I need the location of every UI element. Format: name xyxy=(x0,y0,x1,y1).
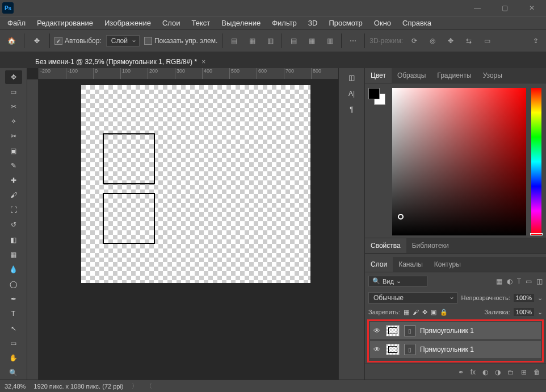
autoselect-target-dropdown[interactable]: Слой xyxy=(106,35,140,47)
home-button[interactable]: 🏠 xyxy=(3,33,19,49)
opacity-value[interactable]: 100% xyxy=(514,294,534,302)
shape-rectangle-2[interactable] xyxy=(103,193,155,244)
blend-mode-dropdown[interactable]: Обычные xyxy=(368,292,457,304)
document-info[interactable]: 1920 пикс. x 1080 пикс. (72 ppi) xyxy=(33,383,123,390)
fill-value[interactable]: 100% xyxy=(514,308,534,316)
fg-bg-swatches[interactable] xyxy=(368,88,385,106)
window-minimize[interactable]: — xyxy=(465,0,489,16)
visibility-toggle-icon[interactable]: 👁 xyxy=(373,327,381,335)
filter-smart-icon[interactable]: ◫ xyxy=(536,277,543,285)
layer-row[interactable]: 👁 ▯ Прямоугольник 1 xyxy=(370,341,541,358)
wand-tool[interactable]: ✧ xyxy=(5,115,22,128)
menu-window[interactable]: Окно xyxy=(369,17,396,29)
window-close[interactable]: ✕ xyxy=(520,0,544,16)
pen-tool[interactable]: ✒ xyxy=(5,292,22,306)
path-select-tool[interactable]: ↖ xyxy=(5,322,22,335)
document-tab[interactable]: Без имени-1 @ 32,5% (Прямоугольник 1, RG… xyxy=(28,55,212,68)
visibility-toggle-icon[interactable]: 👁 xyxy=(373,345,381,353)
tab-swatches[interactable]: Образцы xyxy=(392,68,431,83)
gradient-tool[interactable]: ▦ xyxy=(5,248,22,262)
layer-name[interactable]: Прямоугольник 1 xyxy=(420,345,474,353)
layer-thumbnail[interactable] xyxy=(386,344,400,355)
tab-paths[interactable]: Контуры xyxy=(429,257,467,272)
autoselect-checkbox[interactable]: Автовыбор: xyxy=(54,37,102,45)
tab-libraries[interactable]: Библиотеки xyxy=(406,238,455,253)
blur-tool[interactable]: 💧 xyxy=(5,263,22,276)
history-brush-tool[interactable]: ↺ xyxy=(5,218,22,231)
tab-channels[interactable]: Каналы xyxy=(393,257,429,272)
eraser-tool[interactable]: ◧ xyxy=(5,233,22,247)
menu-edit[interactable]: Редактирование xyxy=(32,17,98,29)
document-canvas[interactable] xyxy=(81,85,310,283)
menu-3d[interactable]: 3D xyxy=(303,17,323,29)
menu-image[interactable]: Изображение xyxy=(99,17,156,29)
align-bottom-icon[interactable]: ▥ xyxy=(323,34,337,48)
layer-row[interactable]: 👁 ▯ Прямоугольник 1 xyxy=(370,322,541,339)
align-top-icon[interactable]: ▤ xyxy=(287,34,300,48)
rectangle-tool[interactable]: ▭ xyxy=(5,336,22,350)
brush-tool[interactable]: 🖌 xyxy=(5,188,22,202)
3d-scale-icon[interactable]: ▭ xyxy=(480,34,494,48)
menu-view[interactable]: Просмотр xyxy=(324,17,367,29)
character-panel-icon[interactable]: A| xyxy=(348,90,355,98)
menu-filter[interactable]: Фильтр xyxy=(267,17,302,29)
marquee-tool[interactable]: ▭ xyxy=(5,85,22,99)
lock-position-icon[interactable]: ✥ xyxy=(422,309,427,316)
menu-select[interactable]: Выделение xyxy=(216,17,266,29)
lasso-tool[interactable]: ✂ xyxy=(5,100,22,113)
layer-fx-icon[interactable]: fx xyxy=(471,368,476,376)
hand-tool[interactable]: ✋ xyxy=(5,351,22,365)
zoom-level[interactable]: 32,48% xyxy=(5,383,26,390)
align-right-icon[interactable]: ▥ xyxy=(263,34,277,48)
filter-type-icon[interactable]: T xyxy=(517,277,521,285)
group-icon[interactable]: 🗀 xyxy=(507,368,514,376)
lock-artboard-icon[interactable]: ▣ xyxy=(431,309,436,316)
3d-orbit-icon[interactable]: ⟳ xyxy=(408,34,421,48)
stamp-tool[interactable]: ⛶ xyxy=(5,203,22,217)
frame-tool[interactable]: ▣ xyxy=(5,144,22,158)
dodge-tool[interactable]: ◯ xyxy=(5,277,22,291)
delete-layer-icon[interactable]: 🗑 xyxy=(534,368,540,376)
show-controls-checkbox[interactable]: Показать упр. элем. xyxy=(144,37,217,45)
crop-tool[interactable]: ✂ xyxy=(5,129,22,143)
share-icon[interactable]: ⇪ xyxy=(529,34,543,48)
type-tool[interactable]: T xyxy=(5,307,22,321)
lock-brush-icon[interactable]: 🖌 xyxy=(413,309,419,315)
menu-type[interactable]: Текст xyxy=(187,17,216,29)
zoom-tool[interactable]: 🔍 xyxy=(5,366,22,380)
menu-file[interactable]: Файл xyxy=(2,17,31,29)
window-maximize[interactable]: ▢ xyxy=(493,0,516,16)
lock-all-icon[interactable]: 🔒 xyxy=(440,309,448,316)
align-middle-icon[interactable]: ▦ xyxy=(305,34,318,48)
distribute-icon[interactable]: ⋯ xyxy=(346,34,360,48)
tab-properties[interactable]: Свойства xyxy=(365,238,406,253)
menu-help[interactable]: Справка xyxy=(397,17,436,29)
menu-layer[interactable]: Слои xyxy=(157,17,186,29)
close-tab-icon[interactable]: × xyxy=(201,58,205,66)
3d-roll-icon[interactable]: ◎ xyxy=(426,34,439,48)
align-center-icon[interactable]: ▦ xyxy=(245,34,259,48)
tab-color[interactable]: Цвет xyxy=(365,68,392,83)
3d-pan-icon[interactable]: ✥ xyxy=(444,34,457,48)
adjustment-layer-icon[interactable]: ◑ xyxy=(495,368,501,376)
layer-mask-icon[interactable]: ◐ xyxy=(482,368,488,376)
layer-filter-dropdown[interactable]: 🔍 Вид ⌄ xyxy=(368,276,427,286)
tab-layers[interactable]: Слои xyxy=(365,257,393,272)
move-tool[interactable]: ✥ xyxy=(5,70,22,84)
hue-slider[interactable] xyxy=(531,88,541,235)
history-panel-icon[interactable]: ◫ xyxy=(348,74,355,82)
filter-pixel-icon[interactable]: ▦ xyxy=(496,277,502,285)
filter-adjust-icon[interactable]: ◐ xyxy=(507,277,513,285)
layer-mask-thumbnail[interactable]: ▯ xyxy=(404,325,415,336)
filter-shape-icon[interactable]: ▭ xyxy=(526,277,532,285)
heal-tool[interactable]: ✚ xyxy=(5,174,22,187)
layer-name[interactable]: Прямоугольник 1 xyxy=(420,327,474,335)
color-field[interactable] xyxy=(392,88,526,235)
3d-slide-icon[interactable]: ⇆ xyxy=(462,34,476,48)
layer-thumbnail[interactable] xyxy=(386,325,400,336)
status-arrow-icon[interactable]: 〉 xyxy=(132,382,138,390)
shape-rectangle-1[interactable] xyxy=(103,133,155,184)
new-layer-icon[interactable]: ⊞ xyxy=(521,368,527,376)
paragraph-panel-icon[interactable]: ¶ xyxy=(350,106,353,113)
layer-mask-thumbnail[interactable]: ▯ xyxy=(404,344,415,355)
